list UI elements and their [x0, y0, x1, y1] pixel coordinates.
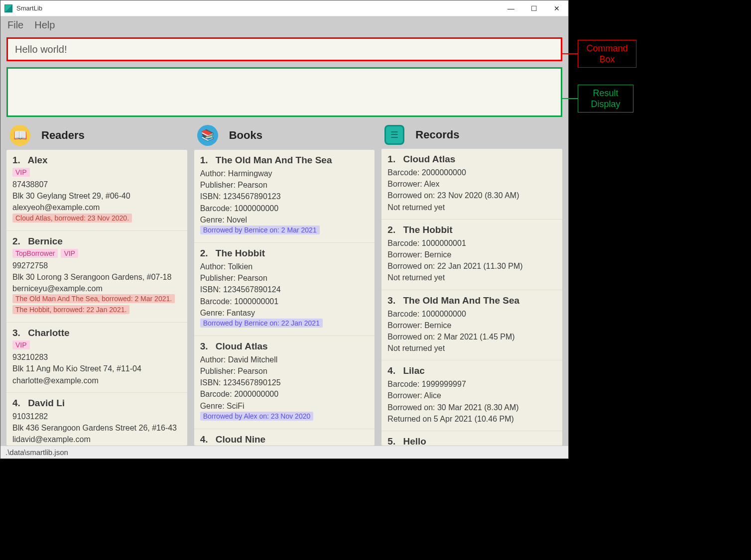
reader-email: charlotte@example.com	[12, 375, 181, 386]
record-card[interactable]: 1. Cloud AtlasBarcode: 2000000000Borrowe…	[381, 149, 562, 220]
book-card[interactable]: 2. The HobbitAuthor: TolkienPublisher: P…	[194, 243, 375, 336]
readers-column: 📖 Readers 1. AlexVIP87438807Blk 30 Geyla…	[6, 125, 187, 446]
command-box[interactable]: Hello world!	[6, 37, 562, 61]
book-card[interactable]: 4. Cloud NineAuthor: Tom HanksPublisher:…	[194, 429, 375, 446]
books-list[interactable]: 1. The Old Man And The SeaAuthor: Harmin…	[194, 150, 375, 446]
record-borrower: Borrower: Alex	[387, 178, 556, 190]
app-window: SmartLib — ☐ ✕ File Help Hello world!	[0, 0, 569, 459]
reader-phone: 99272758	[12, 260, 181, 271]
record-returned: Not returned yet	[387, 202, 556, 213]
reader-name: 1. Alex	[12, 155, 181, 166]
book-author: Author: Harmingway	[200, 168, 369, 179]
book-genre: Genre: Novel	[200, 214, 369, 225]
record-card[interactable]: 3. The Old Man And The SeaBarcode: 10000…	[381, 290, 562, 361]
record-barcode: Barcode: 1999999997	[387, 378, 556, 390]
reader-name: 3. Charlotte	[12, 328, 181, 338]
book-isbn: ISBN: 1234567890124	[200, 284, 369, 295]
close-button[interactable]: ✕	[545, 0, 568, 16]
window-title: SmartLib	[16, 4, 42, 12]
reader-name: 2. Bernice	[12, 236, 181, 247]
reader-phone: 87438807	[12, 179, 181, 190]
books-title: Books	[229, 129, 262, 142]
book-title: 2. The Hobbit	[200, 248, 369, 259]
record-borrower: Borrower: Bernice	[387, 249, 556, 260]
reader-borrow-tag: The Hobbit, borrowed: 22 Jan 2021.	[12, 305, 129, 314]
book-card[interactable]: 1. The Old Man And The SeaAuthor: Harmin…	[194, 150, 375, 243]
book-title: 3. Cloud Atlas	[200, 341, 369, 352]
reader-address: Blk 30 Lorong 3 Serangoon Gardens, #07-1…	[12, 271, 181, 283]
record-borrower: Borrower: Alice	[387, 390, 556, 401]
reader-borrow-tag: The Old Man And The Sea, borrowed: 2 Mar…	[12, 294, 175, 303]
record-barcode: Barcode: 2000000000	[387, 167, 556, 178]
books-column: 📚 Books 1. The Old Man And The SeaAuthor…	[194, 125, 375, 446]
columns: 📖 Readers 1. AlexVIP87438807Blk 30 Geyla…	[6, 125, 562, 446]
minimize-button[interactable]: —	[500, 0, 522, 16]
reader-tag: TopBorrower	[12, 249, 58, 258]
book-author: Author: David Mitchell	[200, 354, 369, 365]
menu-help[interactable]: Help	[34, 19, 55, 31]
record-borrowed-on: Borrowed on: 23 Nov 2020 (8.30 AM)	[387, 190, 556, 201]
records-list[interactable]: 1. Cloud AtlasBarcode: 2000000000Borrowe…	[381, 149, 562, 446]
command-box-text: Hello world!	[15, 44, 67, 55]
book-publisher: Publisher: Pearson	[200, 272, 369, 284]
status-bar: .\data\smartlib.json	[0, 446, 568, 458]
book-status-tag: Borrowed by Bernice on: 22 Jan 2021	[200, 319, 323, 328]
book-status-tag: Borrowed by Bernice on: 2 Mar 2021	[200, 225, 320, 234]
book-card[interactable]: 3. Cloud AtlasAuthor: David MitchellPubl…	[194, 336, 375, 429]
reader-card[interactable]: 3. CharlotteVIP93210283Blk 11 Ang Mo Kio…	[6, 323, 187, 393]
record-card[interactable]: 5. HelloBarcode: 1999999996	[381, 431, 562, 446]
record-title: 4. Lilac	[387, 365, 556, 376]
reader-phone: 91031282	[12, 411, 181, 422]
record-card[interactable]: 4. LilacBarcode: 1999999997Borrower: Ali…	[381, 360, 562, 431]
reader-email: berniceyu@example.com	[12, 283, 181, 294]
record-barcode: Barcode: 1000000000	[387, 308, 556, 320]
reader-borrow-tag: Cloud Atlas, borrowed: 23 Nov 2020.	[12, 214, 132, 223]
menubar: File Help	[0, 16, 568, 33]
readers-icon: 📖	[9, 125, 30, 146]
record-title: 2. The Hobbit	[387, 224, 556, 235]
records-title: Records	[415, 128, 459, 141]
menu-file[interactable]: File	[7, 19, 23, 31]
readers-title: Readers	[41, 129, 85, 142]
record-borrower: Borrower: Bernice	[387, 320, 556, 331]
readers-list[interactable]: 1. AlexVIP87438807Blk 30 Geylang Street …	[6, 150, 187, 446]
book-genre: Genre: SciFi	[200, 400, 369, 412]
reader-tag: VIP	[12, 340, 30, 349]
book-publisher: Publisher: Pearson	[200, 365, 369, 377]
record-borrowed-on: Borrowed on: 2 Mar 2021 (1.45 PM)	[387, 331, 556, 342]
reader-tag: VIP	[61, 249, 78, 258]
reader-address: Blk 30 Geylang Street 29, #06-40	[12, 190, 181, 202]
record-borrowed-on: Borrowed on: 22 Jan 2021 (11.30 PM)	[387, 260, 556, 272]
book-isbn: ISBN: 1234567890125	[200, 377, 369, 388]
result-display	[6, 67, 562, 117]
book-barcode: Barcode: 2000000000	[200, 388, 369, 400]
reader-card[interactable]: 2. BerniceTopBorrowerVIP99272758Blk 30 L…	[6, 231, 187, 323]
annotation-command-box: Command Box	[578, 40, 636, 68]
book-genre: Genre: Fantasy	[200, 307, 369, 319]
reader-tag: VIP	[12, 168, 30, 177]
maximize-button[interactable]: ☐	[522, 0, 545, 16]
record-barcode: Barcode: 1000000001	[387, 237, 556, 249]
titlebar: SmartLib — ☐ ✕	[0, 0, 568, 16]
records-column: ☰ Records 1. Cloud AtlasBarcode: 2000000…	[381, 125, 562, 446]
reader-card[interactable]: 4. David Li91031282Blk 436 Serangoon Gar…	[6, 393, 187, 446]
record-card[interactable]: 2. The HobbitBarcode: 1000000001Borrower…	[381, 220, 562, 290]
book-author: Author: Tolkien	[200, 261, 369, 272]
book-status-tag: Borrowed by Alex on: 23 Nov 2020	[200, 412, 314, 421]
reader-name: 4. David Li	[12, 398, 181, 409]
book-title: 4. Cloud Nine	[200, 434, 369, 445]
book-barcode: Barcode: 1000000000	[200, 203, 369, 214]
record-returned: Returned on 5 Apr 2021 (10.46 PM)	[387, 413, 556, 425]
status-path: .\data\smartlib.json	[5, 448, 68, 456]
record-title: 1. Cloud Atlas	[387, 154, 556, 165]
book-title: 1. The Old Man And The Sea	[200, 155, 369, 166]
reader-address: Blk 11 Ang Mo Kio Street 74, #11-04	[12, 363, 181, 374]
record-title: 3. The Old Man And The Sea	[387, 295, 556, 306]
record-borrowed-on: Borrowed on: 30 Mar 2021 (8.30 AM)	[387, 402, 556, 413]
reader-card[interactable]: 1. AlexVIP87438807Blk 30 Geylang Street …	[6, 150, 187, 231]
reader-email: alexyeoh@example.com	[12, 202, 181, 213]
record-title: 5. Hello	[387, 436, 556, 446]
reader-phone: 93210283	[12, 351, 181, 363]
books-icon: 📚	[197, 125, 218, 146]
app-icon	[4, 4, 12, 12]
